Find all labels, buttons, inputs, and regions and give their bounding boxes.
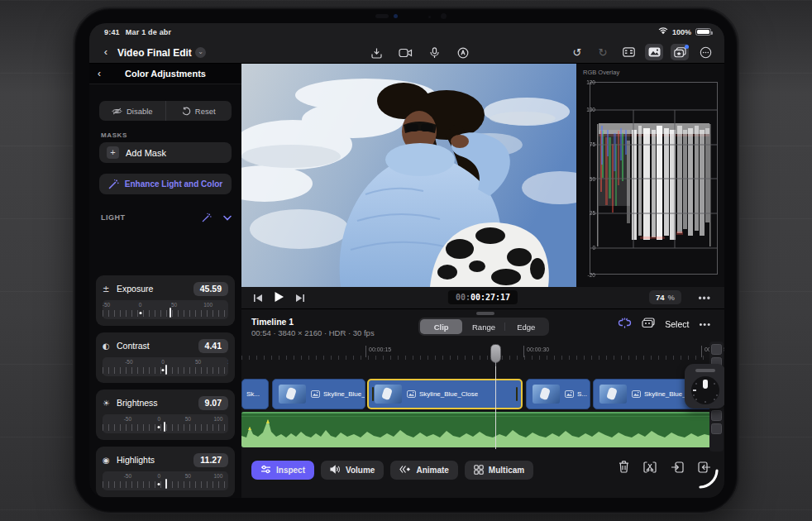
slider-value-field[interactable]: 4.41 [198, 339, 228, 353]
jog-dial[interactable] [691, 376, 719, 404]
select-button[interactable]: Select [665, 319, 689, 329]
scope-title: RGB Overlay [583, 69, 619, 76]
undo-icon[interactable]: ↺ [568, 44, 586, 60]
color-adjustments-sidebar: ‹ Color Adjustments Disable Reset MASKS … [89, 64, 241, 498]
timeline-clip[interactable]: Skyline_Blue_Close [367, 379, 523, 409]
video-frame [241, 64, 576, 287]
slider-label: Brightness [117, 398, 198, 408]
viewer-zoom-level[interactable]: 74% [649, 290, 681, 304]
inspector-icon[interactable] [619, 44, 638, 60]
light-wand-icon[interactable] [202, 213, 212, 222]
mode-edge[interactable]: Edge [505, 319, 547, 334]
timeline-ruler[interactable]: 00:00:1500:00:3000:00:45 [241, 342, 711, 360]
slider-value-field[interactable]: 9.07 [198, 396, 228, 410]
timeline-clip[interactable]: S... [526, 379, 590, 409]
slider-highlights: ◉ Highlights 11.27 -50050100 [96, 447, 235, 497]
scope-axis-label: 100 [584, 107, 595, 112]
jog-wheel[interactable] [685, 364, 724, 409]
tick-label: 0 [161, 359, 165, 365]
slider-ruler[interactable]: -50050100 [103, 471, 228, 490]
unlink-icon[interactable] [618, 317, 632, 332]
scope-graph [590, 82, 718, 275]
more-icon[interactable] [696, 44, 714, 60]
clip-label: S... [577, 390, 587, 398]
slider-ruler[interactable]: -50050100 [103, 357, 228, 376]
tick-label: 50 [185, 473, 191, 479]
brightness-icon: ☀ [103, 399, 117, 408]
skip-back-icon[interactable] [253, 291, 263, 306]
project-title[interactable]: Video Final Edit [117, 47, 192, 59]
microphone-icon[interactable] [425, 45, 443, 61]
inspect-button[interactable]: Inspect [251, 461, 314, 480]
timeline-more-icon[interactable]: ••• [699, 319, 711, 329]
chevron-down-icon[interactable] [223, 215, 232, 221]
slider-value-field[interactable]: 11.27 [193, 453, 228, 467]
timeline-clip[interactable]: Sk... [241, 379, 269, 409]
animate-button[interactable]: Animate [390, 461, 457, 480]
volume-button[interactable]: Volume [321, 461, 384, 480]
slider-ruler[interactable]: -50050100 [103, 300, 228, 319]
tick-label: 100 [227, 359, 228, 365]
app-screen: 9:41Mar 1 de abr 100% ‹ Video Final Edit… [89, 23, 724, 498]
wifi-icon [658, 27, 668, 36]
highlights-icon: ◉ [103, 456, 117, 465]
reset-label: Reset [195, 107, 216, 116]
title-dropdown-chevron-icon[interactable]: ⌄ [195, 47, 206, 58]
reset-icon [182, 107, 191, 116]
blade-icon[interactable] [643, 461, 657, 476]
timeline-drag-handle[interactable] [476, 312, 494, 315]
multicam-button[interactable]: Multicam [465, 461, 533, 480]
slider-label: Contrast [117, 341, 198, 351]
import-icon[interactable] [367, 45, 385, 61]
inspect-icon [260, 465, 271, 476]
viewer-more-icon[interactable]: ••• [698, 293, 711, 304]
camera-icon[interactable] [396, 45, 414, 61]
effects-icon[interactable] [671, 44, 689, 60]
tick-label: -50 [125, 359, 132, 365]
timecode-display[interactable]: 00:00:27:17 [448, 290, 518, 304]
jog-handle[interactable] [695, 369, 715, 372]
timeline-clips-track: Sk...Skyline_Blue_WideSkyline_Blue_Close… [241, 379, 711, 409]
scope-axis-label: -20 [584, 272, 595, 278]
audio-track[interactable] [241, 412, 711, 447]
scope-axis-label: 75 [584, 141, 595, 146]
mode-range[interactable]: Range [462, 319, 504, 334]
slider-ruler[interactable]: -50050100 [103, 414, 228, 433]
edit-mode-segment: ClipRangeEdge [418, 318, 549, 336]
sidebar-title: Color Adjustments [89, 64, 241, 84]
media-browser-icon[interactable] [645, 44, 663, 60]
reset-button[interactable]: Reset [166, 101, 232, 121]
back-chevron-icon[interactable]: ‹ [99, 45, 112, 58]
slider-value-field[interactable]: 45.59 [193, 282, 228, 296]
battery-percent: 100% [672, 28, 691, 36]
notification-dot [685, 45, 689, 49]
status-date: Mar 1 de abr [126, 28, 171, 36]
play-icon[interactable] [274, 291, 284, 306]
overwrite-icon[interactable] [671, 461, 684, 476]
ipad-device-frame: 9:41Mar 1 de abr 100% ‹ Video Final Edit… [73, 7, 739, 514]
enhance-light-color-button[interactable]: Enhance Light and Color [99, 174, 232, 194]
clip-thumbnail [279, 385, 306, 404]
tick-label: 100 [213, 416, 222, 422]
add-mask-button[interactable]: + Add Mask [99, 142, 232, 163]
contrast-icon: ◐ [103, 342, 117, 351]
enhance-label: Enhance Light and Color [125, 179, 222, 189]
timeline-clip[interactable]: Skyline_Blue_Wide [272, 379, 365, 409]
pencil-icon[interactable] [454, 45, 472, 61]
trash-icon[interactable] [619, 461, 629, 476]
sensor-dot-2 [441, 13, 447, 19]
ruler-timecode-label: 00:00:15 [365, 346, 391, 357]
title-bar: ‹ Video Final Edit ⌄ ↺ ↻ [89, 41, 724, 64]
redo-icon[interactable]: ↻ [594, 44, 612, 60]
playhead[interactable] [490, 344, 501, 363]
mode-clip[interactable]: Clip [420, 319, 462, 334]
skip-forward-icon[interactable] [295, 291, 305, 306]
eye-off-icon [112, 108, 122, 115]
sidebar-back-chevron-icon[interactable]: ‹ [98, 68, 101, 79]
tick-label: 0 [158, 473, 161, 479]
disable-button[interactable]: Disable [99, 101, 166, 121]
scope-axis-label: 25 [584, 210, 595, 216]
multicam-icon [474, 465, 484, 476]
battery-icon [695, 28, 711, 36]
clip-appearance-icon[interactable] [642, 317, 655, 332]
